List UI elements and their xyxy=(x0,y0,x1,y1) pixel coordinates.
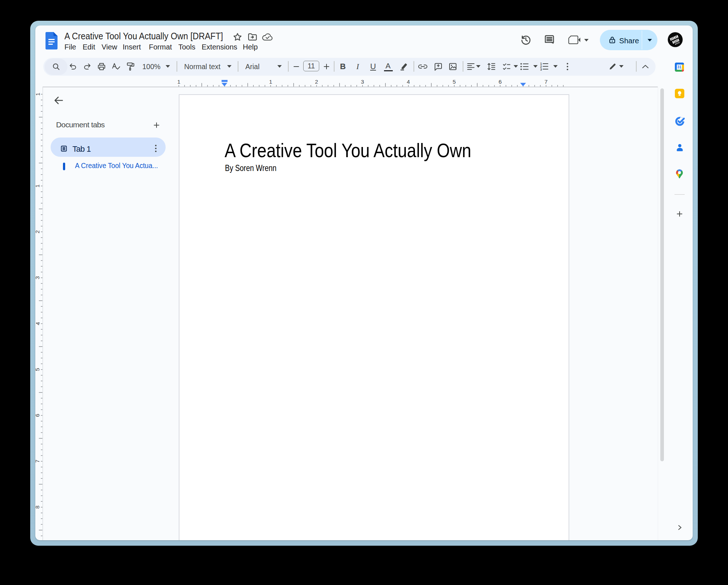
svg-text:2: 2 xyxy=(315,79,318,85)
svg-text:5: 5 xyxy=(35,368,41,371)
svg-text:3: 3 xyxy=(361,79,364,85)
svg-text:1: 1 xyxy=(177,79,181,85)
svg-text:4: 4 xyxy=(407,79,410,85)
svg-text:31: 31 xyxy=(677,65,682,69)
svg-text:2: 2 xyxy=(35,230,41,234)
svg-text:8: 8 xyxy=(35,506,41,509)
svg-text:6: 6 xyxy=(499,79,502,85)
svg-text:1: 1 xyxy=(35,93,41,96)
svg-text:1: 1 xyxy=(35,184,41,188)
svg-text:5: 5 xyxy=(453,79,456,85)
svg-text:3: 3 xyxy=(35,276,41,279)
svg-text:7: 7 xyxy=(545,79,548,85)
svg-text:7: 7 xyxy=(35,459,41,463)
svg-text:1: 1 xyxy=(269,79,272,85)
svg-text:6: 6 xyxy=(35,414,41,417)
svg-text:4: 4 xyxy=(35,322,41,325)
